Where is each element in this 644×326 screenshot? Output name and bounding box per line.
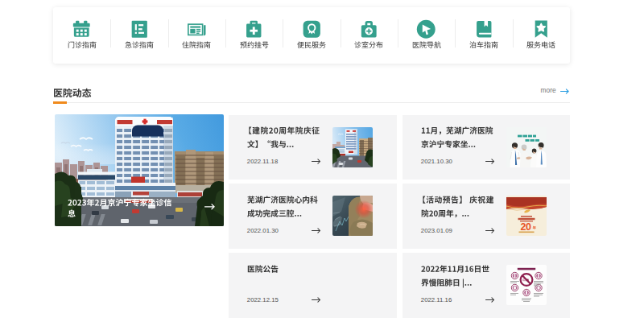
svg-text:20: 20 [520, 221, 530, 233]
